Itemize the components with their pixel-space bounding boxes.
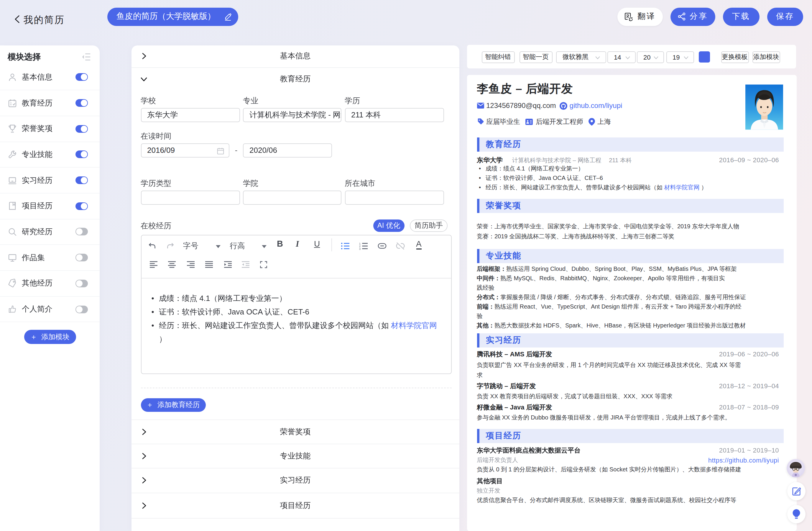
svg-text:3: 3 [359,247,360,250]
